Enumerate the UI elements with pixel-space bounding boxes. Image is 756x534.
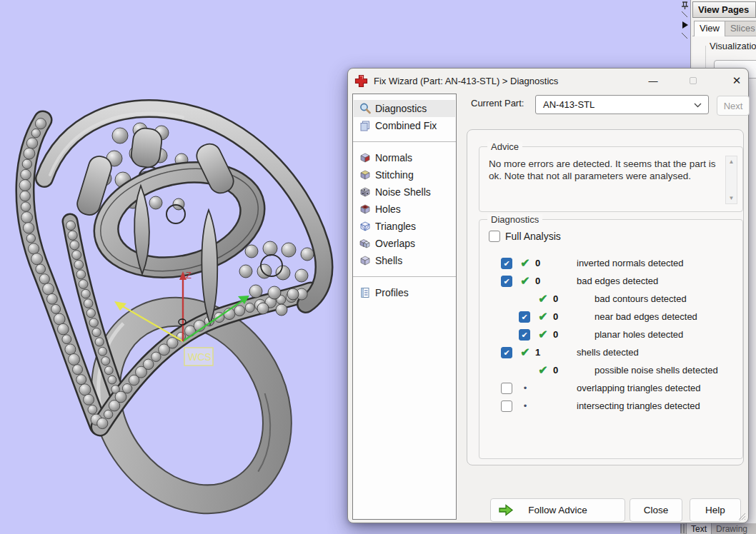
maximize-button[interactable] [682, 72, 705, 89]
scroll-down-icon[interactable]: ▼ [726, 195, 737, 201]
green-check-icon: ✔ [518, 274, 532, 288]
diagnostic-row: ✔0possible noise shells detected [479, 361, 742, 379]
application-window: Z WCS View Pages View Slices Visualizati… [0, 0, 756, 534]
green-check-icon: ✔ [536, 363, 550, 377]
sidebar-item-diagnostics[interactable]: Diagnostics [354, 100, 455, 117]
diagnostic-label: planar holes detected [595, 329, 683, 340]
diagnostic-label: intersecting triangles detected [577, 400, 700, 411]
diagnostic-checkbox[interactable]: ✔ [501, 347, 512, 358]
diagnostic-count: 0 [535, 258, 551, 268]
diagnostic-row: ✔✔0near bad edges detected [479, 308, 742, 326]
minimize-button[interactable]: — [642, 72, 665, 89]
sidebar-item-shells[interactable]: Shells [354, 252, 455, 269]
current-part-value: AN-413-STL [543, 99, 595, 110]
sidebar-item-normals[interactable]: Normals [354, 149, 455, 166]
diagnostic-row: ✔✔0planar holes detected [479, 326, 742, 343]
current-part-dropdown[interactable]: AN-413-STL [535, 95, 709, 114]
cube-triangles-icon [359, 221, 371, 233]
maximize-icon [690, 77, 697, 84]
cube-shells-icon [359, 255, 371, 267]
tab-separator [683, 524, 685, 533]
diagnostic-count: 0 [553, 365, 569, 376]
green-check-icon: ✔ [536, 292, 550, 306]
wizard-sidebar: Diagnostics Combined Fix Normals Stitchi… [352, 94, 457, 520]
pending-dot-icon: • [518, 383, 532, 393]
sidebar-label: Shells [375, 255, 402, 266]
tab-slices[interactable]: Slices [725, 21, 756, 36]
diagnostic-count: 0 [553, 311, 569, 322]
follow-advice-label: Follow Advice [528, 505, 587, 515]
diagnostic-row: ✔✔0bad edges detected [479, 272, 742, 290]
diagnostic-checkbox[interactable]: ✔ [501, 258, 512, 269]
diagnostic-checkbox[interactable]: ✔ [519, 329, 530, 341]
checkbox-spacer [519, 365, 530, 376]
view-pages-title: View Pages [698, 4, 749, 15]
advice-legend: Advice [487, 141, 522, 152]
document-lines-icon [359, 287, 371, 299]
diagnostic-row: •overlapping triangles detected [479, 379, 742, 397]
scroll-up-icon[interactable]: ▲ [726, 158, 737, 165]
checkbox-spacer [519, 293, 530, 305]
green-arrow-icon [498, 504, 514, 516]
cube-overlaps-icon [359, 238, 371, 250]
diagnostics-legend: Diagnostics [487, 214, 542, 225]
diagnostic-count: 0 [535, 276, 551, 286]
green-check-icon: ✔ [518, 256, 532, 270]
close-dialog-button[interactable]: Close [630, 498, 682, 522]
sidebar-label: Stitching [375, 169, 414, 181]
diagnostic-label: near bad edges detected [595, 311, 697, 322]
sidebar-item-triangles[interactable]: Triangles [354, 218, 455, 235]
diagnostic-label: bad edges detected [577, 276, 658, 286]
sidebar-item-overlaps[interactable]: Overlaps [354, 235, 455, 252]
tab-text[interactable]: Text [686, 523, 712, 534]
dialog-title: Fix Wizard (Part: AN-413-STL) > Diagnost… [374, 76, 558, 86]
diagnostic-label: inverted normals detected [577, 258, 684, 268]
sidebar-label: Normals [375, 152, 412, 163]
advice-text: No more errors are detected. It seems th… [489, 158, 716, 182]
diagnostic-row: ✔✔1shells detected [479, 343, 742, 361]
tab-view[interactable]: View [694, 21, 725, 36]
sidebar-item-noise-shells[interactable]: Noise Shells [354, 183, 455, 201]
sidebar-item-stitching[interactable]: Stitching [354, 166, 455, 183]
diagnostic-row: ✔0bad contours detected [479, 290, 742, 308]
sidebar-label: Triangles [375, 221, 416, 232]
green-check-icon: ✔ [518, 346, 532, 359]
green-check-icon: ✔ [536, 310, 550, 323]
diagnostics-rows: ✔✔0inverted normals detected✔✔0bad edges… [479, 254, 742, 415]
pin-icon [682, 2, 688, 9]
diagnostic-checkbox[interactable]: ✔ [501, 276, 512, 287]
cube-noise-icon [359, 186, 371, 198]
full-analysis-checkbox[interactable] [489, 231, 500, 242]
wizard-content-box: Advice No more errors are detected. It s… [467, 129, 744, 465]
sidebar-label: Profiles [375, 287, 409, 298]
sidebar-label: Overlaps [375, 238, 415, 249]
sidebar-item-combined-fix[interactable]: Combined Fix [354, 117, 455, 134]
view-pages-header[interactable]: View Pages [692, 1, 756, 18]
diagnostic-checkbox[interactable] [501, 383, 512, 394]
sidebar-label: Holes [375, 203, 401, 215]
diagnostic-count: 0 [553, 329, 569, 340]
bottom-tab-bar: Text Drawing [680, 523, 756, 534]
diagnostic-row: ✔✔0inverted normals detected [479, 254, 742, 272]
next-button[interactable]: Next [717, 96, 750, 116]
diagnostic-label: bad contours detected [595, 293, 687, 304]
tab-drawing[interactable]: Drawing [712, 523, 752, 534]
help-button[interactable]: Help [690, 498, 741, 522]
sidebar-item-holes[interactable]: Holes [354, 201, 455, 218]
stacked-pages-icon [359, 120, 371, 132]
follow-advice-button[interactable]: Follow Advice [490, 498, 625, 522]
cube-stitching-icon [359, 169, 371, 181]
close-button[interactable]: ✕ [725, 72, 748, 89]
sidebar-item-profiles[interactable]: Profiles [354, 284, 455, 301]
diagnostic-checkbox[interactable] [501, 400, 512, 412]
full-analysis-label: Full Analysis [505, 231, 561, 242]
wcs-label: WCS [188, 351, 212, 363]
chevron-down-icon [694, 103, 702, 108]
cube-holes-icon [359, 203, 371, 216]
diagnostic-checkbox[interactable]: ✔ [519, 311, 530, 323]
resize-grip[interactable] [736, 510, 746, 520]
expand-arrow-icon [682, 21, 688, 29]
fix-wizard-cross-icon [354, 74, 368, 88]
advice-scrollbar[interactable]: ▲ ▼ [725, 156, 737, 204]
sidebar-label: Diagnostics [375, 103, 427, 114]
